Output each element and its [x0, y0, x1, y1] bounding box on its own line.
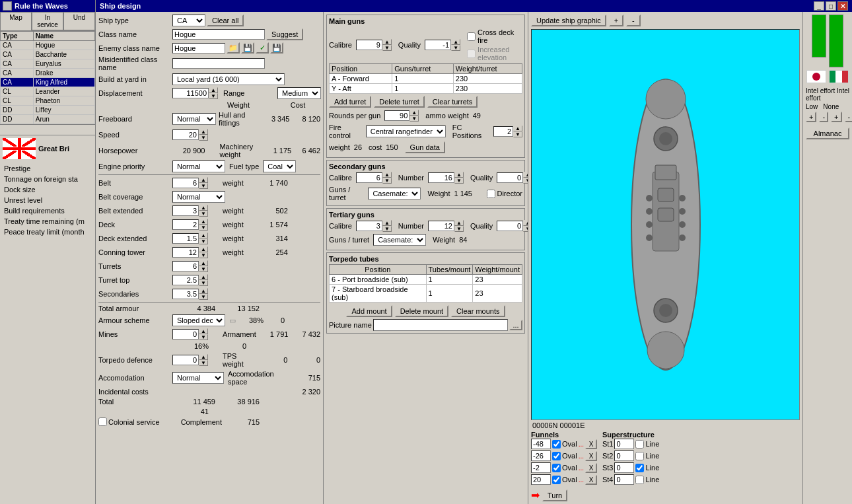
conning-down[interactable]: ▼ [199, 252, 208, 258]
turrets-input[interactable] [172, 261, 199, 271]
sec-guns-turret-select[interactable]: Casemate: [368, 188, 421, 199]
rounds-input[interactable] [384, 110, 409, 121]
fc-up[interactable]: ▲ [513, 126, 522, 131]
mines-up[interactable]: ▲ [199, 328, 208, 334]
minimize-button[interactable]: _ [814, 1, 824, 11]
left-menu-item[interactable]: Unrest level [1, 195, 94, 205]
delete-turret-button[interactable]: Delete turret [374, 96, 425, 108]
sec-qual-down[interactable]: ▼ [523, 178, 528, 184]
misid-input[interactable] [172, 58, 265, 69]
funnel-val-input-2[interactable] [531, 462, 551, 473]
tert-quality-input[interactable] [497, 221, 523, 231]
funnel-x-btn-2[interactable]: X [585, 463, 597, 473]
tert-qual-up[interactable]: ▲ [523, 220, 528, 226]
ship-list-row[interactable]: CLLeander [1, 87, 95, 96]
st-val-input-0[interactable] [614, 439, 634, 449]
left-menu-item[interactable]: Treaty time remaining (m [1, 216, 94, 227]
left-menu-item[interactable]: Peace treaty limit (month [1, 227, 94, 237]
speed-input[interactable] [172, 129, 199, 140]
funnel-val-input-3[interactable] [531, 474, 551, 485]
mines-down[interactable]: ▼ [199, 334, 208, 340]
speed-up[interactable]: ▲ [199, 129, 208, 135]
st-line-cb-1[interactable] [635, 452, 644, 460]
turret-top-down[interactable]: ▼ [199, 280, 208, 286]
accomodation-select[interactable]: Normal [172, 372, 224, 384]
deck-down[interactable]: ▼ [199, 225, 208, 231]
suggest-button[interactable]: Suggest [266, 28, 303, 40]
ship-type-select[interactable]: CA [172, 15, 205, 26]
intel-minus-2[interactable]: - [845, 112, 852, 122]
intel-minus-1[interactable]: - [819, 112, 828, 122]
list-scrollbar[interactable] [0, 124, 95, 135]
tert-calibre-input[interactable] [356, 221, 382, 231]
belt-input[interactable] [172, 178, 199, 188]
left-menu-item[interactable]: Tonnage on foreign sta [1, 174, 94, 184]
ship-list-row[interactable]: CADrake [1, 69, 95, 78]
sec-down[interactable]: ▼ [199, 294, 208, 300]
graphic-minus-btn[interactable]: - [626, 15, 641, 26]
almanac-button[interactable]: Almanac [806, 127, 849, 139]
sec-quality-input[interactable] [497, 172, 523, 183]
maximize-button[interactable]: □ [826, 1, 836, 11]
belt-ext-up[interactable]: ▲ [199, 205, 208, 211]
sec-calibre-input[interactable] [356, 172, 382, 183]
deck-input[interactable] [172, 219, 199, 230]
st-val-input-2[interactable] [614, 462, 634, 473]
picture-browse-btn[interactable]: ... [509, 320, 522, 330]
clear-turrets-button[interactable]: Clear turrets [427, 96, 478, 108]
turret-top-input[interactable] [172, 275, 199, 285]
gun-data-button[interactable]: Gun data [405, 141, 445, 153]
sec-up[interactable]: ▲ [199, 288, 208, 294]
belt-up[interactable]: ▲ [199, 177, 208, 183]
quality-input[interactable] [425, 40, 451, 50]
st-val-input-1[interactable] [614, 450, 634, 461]
torp-def-down[interactable]: ▼ [199, 360, 208, 366]
speed-down[interactable]: ▼ [199, 135, 208, 141]
ship-list-row[interactable]: DDArun [1, 115, 95, 124]
add-turret-button[interactable]: Add turret [329, 96, 371, 108]
tert-guns-turret-select[interactable]: Casemate: [373, 234, 426, 246]
range-select[interactable]: Medium [277, 87, 321, 99]
tert-cal-down[interactable]: ▼ [382, 226, 392, 232]
funnel-oval-cb-3[interactable] [552, 476, 561, 484]
class-name-input[interactable] [172, 29, 265, 40]
tert-number-input[interactable] [428, 221, 454, 231]
cross-deck-cb[interactable] [467, 32, 476, 41]
picture-name-input[interactable] [373, 319, 508, 331]
left-menu-item[interactable]: Build requirements [1, 205, 94, 216]
cal-up[interactable]: ▲ [382, 39, 392, 45]
tert-num-up[interactable]: ▲ [454, 220, 464, 226]
build-yard-select[interactable]: Local yard (16 000) [172, 73, 285, 85]
st-line-cb-3[interactable] [635, 476, 644, 484]
graphic-plus-btn[interactable]: + [609, 15, 623, 26]
mines-input[interactable] [172, 329, 199, 340]
cal-down[interactable]: ▼ [382, 45, 392, 51]
torp-def-input[interactable] [172, 355, 199, 365]
conning-input[interactable] [172, 247, 199, 258]
tert-qual-down[interactable]: ▼ [523, 226, 528, 232]
left-menu-item[interactable]: Prestige [1, 163, 94, 174]
freeboard-select[interactable]: Normal [172, 113, 216, 125]
displacement-down[interactable]: ▼ [209, 93, 218, 99]
belt-ext-input[interactable] [172, 205, 199, 216]
tert-cal-up[interactable]: ▲ [382, 220, 392, 226]
sec-cal-down[interactable]: ▼ [382, 178, 392, 184]
torp-def-up[interactable]: ▲ [199, 354, 208, 360]
qual-up[interactable]: ▲ [451, 39, 460, 45]
increased-elev-cb[interactable] [467, 50, 476, 58]
qual-down[interactable]: ▼ [451, 45, 460, 51]
enemy-class-input[interactable] [172, 43, 225, 54]
intel-plus-2[interactable]: + [831, 112, 841, 122]
funnel-x-btn-1[interactable]: X [585, 451, 597, 461]
left-menu-item[interactable]: Dock size [1, 184, 94, 195]
update-graphic-button[interactable]: Update ship graphic [531, 15, 606, 26]
funnel-oval-cb-1[interactable] [552, 452, 561, 460]
ship-list-row[interactable]: CAKing Alfred [1, 78, 95, 87]
sec-number-input[interactable] [428, 172, 454, 183]
funnel-oval-cb-2[interactable] [552, 464, 561, 472]
deck-ext-down[interactable]: ▼ [199, 238, 208, 244]
conning-up[interactable]: ▲ [199, 246, 208, 252]
turrets-up[interactable]: ▲ [199, 260, 208, 266]
belt-ext-down[interactable]: ▼ [199, 211, 208, 217]
tab-map[interactable]: Map [0, 12, 32, 30]
